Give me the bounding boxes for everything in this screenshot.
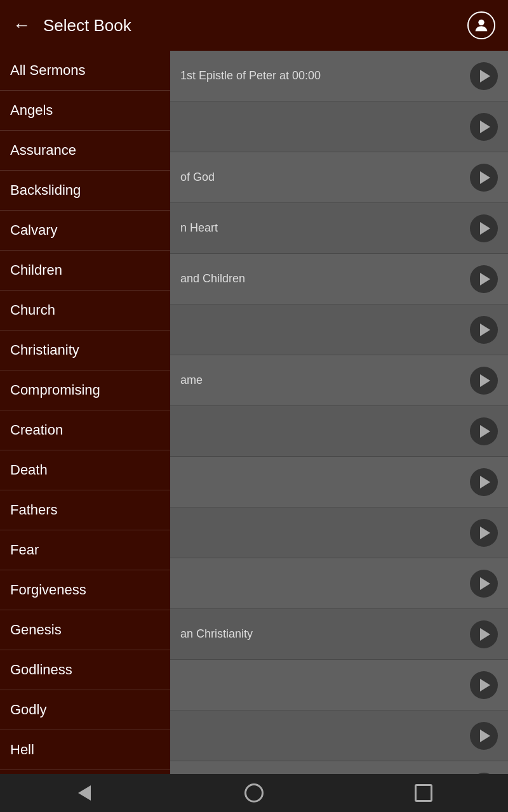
sidebar-item-fathers[interactable]: Fathers [0,490,170,530]
sidebar: All SermonsAngelsAssuranceBackslidingCal… [0,51,170,774]
play-button[interactable] [470,214,498,242]
sermon-item [170,102,508,152]
play-button[interactable] [470,620,498,648]
play-button[interactable] [470,113,498,141]
top-bar: ← Select Book [0,0,508,51]
sidebar-item-backsliding[interactable]: Backsliding [0,171,170,211]
play-button[interactable] [470,519,498,547]
sidebar-item-hell[interactable]: Hell [0,730,170,770]
sidebar-item-calvary[interactable]: Calvary [0,211,170,251]
sermon-title: and Children [180,272,470,285]
sermon-item: n Heart [170,203,508,254]
back-button[interactable]: ← [13,15,30,36]
play-button[interactable] [470,265,498,293]
sermon-item [170,710,508,761]
sermon-item [170,457,508,508]
svg-point-0 [478,20,484,25]
nav-home-button[interactable] [235,774,273,812]
page-title: Select Book [43,16,467,36]
sermon-title: 1st Epistle of Peter at 00:00 [180,69,470,82]
sermon-item: an Christianity [170,609,508,660]
main-container: All SermonsAngelsAssuranceBackslidingCal… [0,51,508,774]
sidebar-item-angels[interactable]: Angels [0,91,170,131]
sermon-item: ng [170,761,508,774]
sermon-title: n Heart [180,221,470,235]
sermon-item [170,406,508,457]
sermon-item: of God [170,152,508,203]
nav-back-button[interactable] [65,774,104,812]
sidebar-item-church[interactable]: Church [0,291,170,331]
sidebar-item-genesis[interactable]: Genesis [0,610,170,650]
sidebar-item-all-sermons[interactable]: All Sermons [0,51,170,91]
sidebar-item-assurance[interactable]: Assurance [0,131,170,171]
play-button[interactable] [470,722,498,750]
play-button[interactable] [470,316,498,344]
sermon-item [170,304,508,355]
sermon-item [170,660,508,710]
play-button[interactable] [470,164,498,192]
sermon-item: and Children [170,254,508,304]
sermon-title: an Christianity [180,627,470,641]
sermon-item: 1st Epistle of Peter at 00:00 [170,51,508,102]
sidebar-item-creation[interactable]: Creation [0,410,170,450]
nav-recents-button[interactable] [404,774,443,812]
sidebar-item-forgiveness[interactable]: Forgiveness [0,570,170,610]
sermon-item: ame [170,355,508,406]
play-button[interactable] [470,468,498,496]
play-button[interactable] [470,367,498,395]
sermon-item [170,508,508,558]
sidebar-item-christianity[interactable]: Christianity [0,331,170,370]
sidebar-item-compromising[interactable]: Compromising [0,370,170,410]
sidebar-item-godliness[interactable]: Godliness [0,650,170,690]
sidebar-item-children[interactable]: Children [0,251,170,291]
play-button[interactable] [470,417,498,445]
sidebar-item-hope[interactable]: Hope [0,770,170,774]
sidebar-item-death[interactable]: Death [0,450,170,490]
sidebar-item-fear[interactable]: Fear [0,530,170,570]
sermon-item [170,558,508,609]
sermon-title: of God [180,171,470,184]
sermon-title: ame [180,374,470,387]
play-button[interactable] [470,671,498,699]
bottom-nav [0,774,508,812]
play-button[interactable] [470,570,498,598]
sidebar-item-godly[interactable]: Godly [0,690,170,730]
profile-button[interactable] [467,11,495,39]
content-area: 1st Epistle of Peter at 00:00of Godn Hea… [170,51,508,774]
play-button[interactable] [470,62,498,90]
